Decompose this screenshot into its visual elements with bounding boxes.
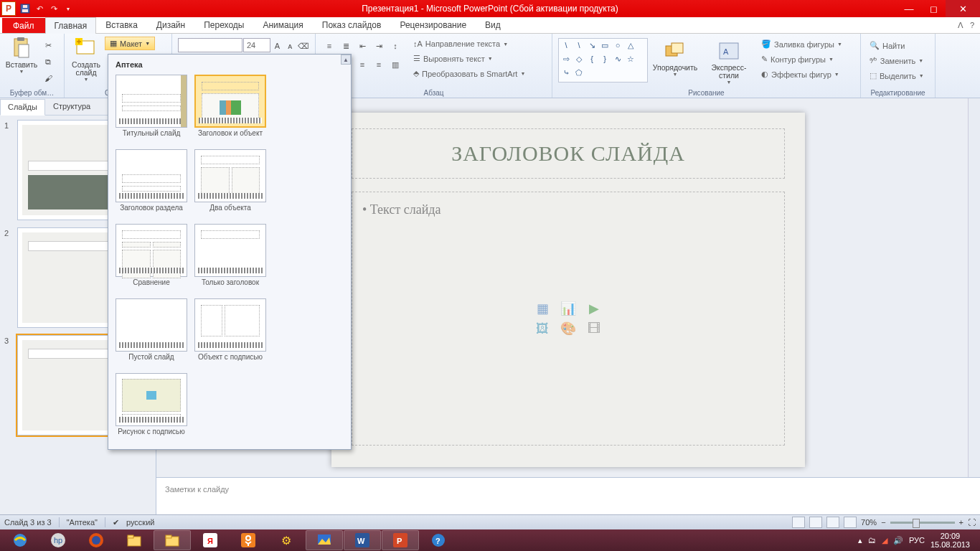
zoom-in-icon[interactable]: + — [959, 518, 963, 527]
minimize-button[interactable]: — — [897, 0, 921, 17]
shape-effects-button[interactable]: ◐Эффекты фигур ▼ — [758, 68, 845, 80]
task-app1[interactable]: ⚙ — [268, 530, 305, 550]
tab-slideshow[interactable]: Показ слайдов — [313, 17, 391, 33]
qat-menu-icon[interactable]: ▼ — [62, 2, 75, 15]
layout-comparison[interactable]: Сравнение — [114, 224, 189, 294]
task-hp[interactable]: hp — [39, 530, 77, 550]
select-button[interactable]: ⬚Выделить ▼ — [867, 70, 929, 82]
undo-icon[interactable]: ↶ — [33, 2, 46, 15]
pane-tab-slides[interactable]: Слайды — [0, 99, 45, 116]
shape-diamond-icon[interactable]: ◇ — [573, 54, 585, 64]
insert-clipart-icon[interactable]: 🎨 — [559, 321, 578, 336]
layout-title-slide[interactable]: Титульный слайд — [114, 75, 189, 145]
insert-table-icon[interactable]: ▦ — [533, 301, 552, 316]
task-firefox[interactable] — [77, 530, 115, 550]
shape-callout-icon[interactable]: ⬠ — [573, 68, 585, 78]
task-ok[interactable] — [230, 530, 267, 550]
shape-arrowr-icon[interactable]: ⇨ — [560, 54, 572, 64]
task-explorer[interactable] — [116, 530, 153, 550]
shape-rect-icon[interactable]: ▭ — [599, 40, 611, 50]
view-reading-icon[interactable] — [826, 517, 839, 528]
tab-animation[interactable]: Анимация — [253, 17, 312, 33]
title-placeholder[interactable]: ЗАГОЛОВОК СЛАЙДА — [352, 128, 785, 179]
paste-button[interactable]: Вставить ▼ — [3, 35, 40, 85]
line-spacing-icon[interactable]: ↕ — [387, 38, 403, 54]
insert-smartart-icon[interactable]: ▶ — [585, 301, 603, 316]
insert-media-icon[interactable]: 🎞 — [585, 321, 603, 336]
notes-pane[interactable]: Заметки к слайду — [156, 477, 980, 514]
new-slide-button[interactable]: Создать слайд ▼ — [67, 35, 105, 85]
volume-icon[interactable]: 🔊 — [893, 536, 903, 545]
tab-design[interactable]: Дизайн — [147, 17, 194, 33]
save-icon[interactable] — [19, 2, 32, 15]
tab-file[interactable]: Файл — [2, 18, 45, 33]
view-normal-icon[interactable] — [792, 517, 805, 528]
task-ie[interactable] — [1, 530, 39, 550]
numbering-icon[interactable]: ≣ — [338, 38, 354, 54]
clear-format-icon[interactable]: ⌫ — [297, 38, 309, 54]
shrink-font-icon[interactable]: ᴀ — [284, 38, 296, 54]
task-explorer2[interactable] — [154, 530, 191, 550]
task-word[interactable]: W — [344, 530, 381, 550]
shapes-gallery[interactable]: \ \ ↘ ▭ ○ △ ⇨ ◇ { } ∿ ☆ ⤷ ⬠ — [558, 38, 648, 83]
layout-two-content[interactable]: Два объекта — [193, 149, 268, 220]
dropdown-scroll-up-icon[interactable]: ▲ — [341, 55, 351, 65]
shape-triangle-icon[interactable]: △ — [625, 40, 636, 50]
shape-oval-icon[interactable]: ○ — [612, 40, 623, 50]
layout-picture-caption[interactable]: Рисунок с подписью — [114, 373, 189, 443]
task-paint[interactable] — [306, 530, 343, 550]
view-slideshow-icon[interactable] — [844, 517, 857, 528]
shape-outline-button[interactable]: ✎Контур фигуры ▼ — [758, 53, 845, 65]
columns-icon[interactable]: ▥ — [387, 57, 403, 72]
insert-chart-icon[interactable]: 📊 — [559, 301, 578, 316]
shape-fill-button[interactable]: 🪣Заливка фигуры ▼ — [758, 38, 845, 50]
shape-line-icon[interactable]: \ — [560, 40, 572, 50]
slide[interactable]: ЗАГОЛОВОК СЛАЙДА • Текст слайда ▦ 📊 ▶ 🖼 … — [331, 113, 805, 467]
find-button[interactable]: 🔍Найти — [867, 39, 929, 52]
layout-title-content[interactable]: Заголовок и объект — [193, 75, 268, 145]
shape-brace2-icon[interactable]: } — [599, 54, 611, 64]
view-sorter-icon[interactable] — [809, 517, 822, 528]
maximize-button[interactable]: ◻ — [921, 0, 946, 17]
layout-content-caption[interactable]: Объект с подписью — [193, 298, 268, 369]
insert-picture-icon[interactable]: 🖼 — [533, 321, 552, 336]
tray-clock[interactable]: 20:09 15.08.2013 — [930, 532, 970, 549]
zoom-slider[interactable] — [890, 522, 955, 524]
battery-icon[interactable]: 🗂 — [868, 536, 876, 545]
layout-section-header[interactable]: Заголовок раздела — [114, 149, 189, 220]
layout-title-only[interactable]: Только заголовок — [193, 224, 268, 294]
task-powerpoint[interactable]: P — [382, 530, 419, 550]
smartart-button[interactable]: ⬘Преобразовать в SmartArt ▼ — [410, 67, 528, 80]
body-placeholder[interactable]: • Текст слайда ▦ 📊 ▶ 🖼 🎨 🎞 — [352, 192, 785, 446]
replace-button[interactable]: ᵃ⁄ᵇЗаменить ▼ — [867, 55, 929, 67]
shape-curve-icon[interactable]: ∿ — [612, 54, 623, 64]
arrange-button[interactable]: Упорядочить ▼ — [651, 38, 699, 88]
copy-icon[interactable]: ⧉ — [40, 55, 56, 70]
zoom-out-icon[interactable]: − — [881, 518, 885, 527]
task-yandex[interactable]: Я — [192, 530, 229, 550]
bullets-icon[interactable]: ≡ — [321, 38, 337, 54]
layout-button[interactable]: ▦ Макет ▼ — [105, 37, 155, 50]
network-icon[interactable]: ◢ — [882, 536, 887, 545]
fit-window-icon[interactable]: ⛶ — [968, 518, 976, 527]
tab-insert[interactable]: Вставка — [96, 17, 147, 33]
tab-review[interactable]: Рецензирование — [390, 17, 476, 33]
cut-icon[interactable]: ✂ — [40, 38, 56, 53]
shape-brace-icon[interactable]: { — [586, 54, 598, 64]
shape-arrow-icon[interactable]: ↘ — [586, 40, 598, 50]
quick-styles-button[interactable]: A Экспресс-стили ▼ — [702, 38, 755, 88]
close-button[interactable]: ✕ — [946, 0, 980, 17]
tray-up-icon[interactable]: ▴ — [858, 536, 862, 545]
text-direction-button[interactable]: ↕AНаправление текста ▼ — [410, 38, 528, 50]
shape-star-icon[interactable]: ☆ — [625, 54, 636, 64]
tray-language[interactable]: РУС — [909, 536, 925, 545]
align-text-button[interactable]: ☰Выровнять текст ▼ — [410, 52, 528, 65]
status-language[interactable]: русский — [126, 518, 154, 527]
ribbon-minimize-icon[interactable]: ᐱ ? — [952, 18, 980, 33]
format-painter-icon[interactable]: 🖌 — [40, 70, 56, 85]
layout-blank[interactable]: Пустой слайд — [114, 298, 189, 369]
shape-line2-icon[interactable]: \ — [573, 40, 585, 50]
font-family-input[interactable] — [178, 38, 242, 52]
task-help[interactable]: ? — [420, 530, 457, 550]
spell-check-icon[interactable]: ✔ — [113, 518, 119, 527]
